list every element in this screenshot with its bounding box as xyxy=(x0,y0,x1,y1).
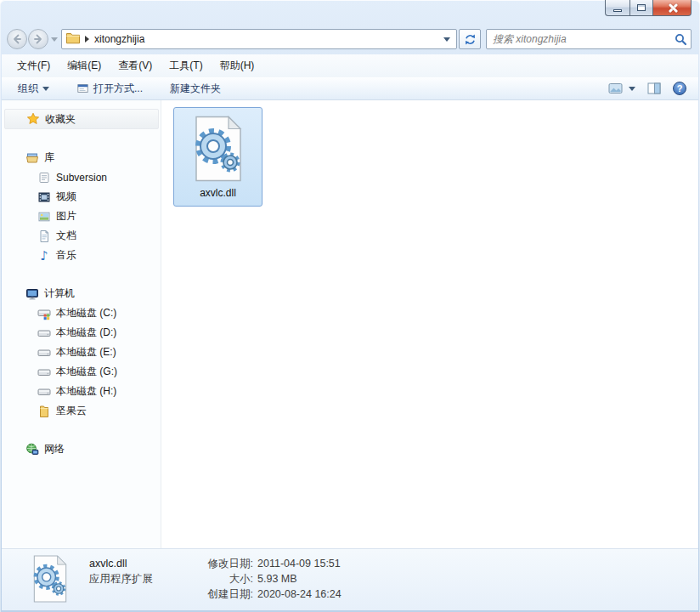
chevron-down-icon xyxy=(443,37,450,42)
dll-file-icon xyxy=(191,116,246,182)
organize-button[interactable]: 组织 xyxy=(10,78,57,99)
file-list[interactable]: axvlc.dll xyxy=(161,100,698,548)
folder-icon xyxy=(37,405,51,418)
open-with-label: 打开方式... xyxy=(93,82,143,96)
sidebar-item-label: 图片 xyxy=(56,209,76,224)
back-arrow-icon xyxy=(12,34,22,44)
sidebar-item-label: 坚果云 xyxy=(56,404,87,418)
sidebar-item-drive-c[interactable]: 本地磁盘 (C:) xyxy=(2,303,161,323)
menu-edit[interactable]: 编辑(E) xyxy=(59,55,110,76)
back-button[interactable] xyxy=(7,29,27,49)
sidebar-item-network[interactable]: 网络 xyxy=(2,439,161,459)
sidebar-item-favorites[interactable]: 收藏夹 xyxy=(4,109,159,129)
modified-date-value: 2011-04-09 15:51 xyxy=(257,556,342,571)
recent-pages-chevron-icon[interactable] xyxy=(51,37,58,42)
sidebar-item-label: 文档 xyxy=(56,229,76,243)
sidebar-item-label: 本地磁盘 (E:) xyxy=(56,345,116,360)
new-folder-button[interactable]: 新建文件夹 xyxy=(162,78,229,99)
modified-date-label: 修改日期: xyxy=(178,556,253,571)
sidebar-item-drive-e[interactable]: 本地磁盘 (E:) xyxy=(2,343,161,362)
file-item-axvlc-dll[interactable]: axvlc.dll xyxy=(173,107,262,207)
sidebar-spacer xyxy=(2,129,161,148)
refresh-button[interactable] xyxy=(459,29,481,49)
sidebar-item-computer[interactable]: 计算机 xyxy=(2,284,161,303)
sidebar-item-libraries[interactable]: 库 xyxy=(2,148,161,167)
open-with-icon xyxy=(76,82,89,94)
sidebar-item-pictures[interactable]: 图片 xyxy=(2,207,161,226)
sidebar-item-nutstore[interactable]: 坚果云 xyxy=(2,401,161,421)
search-box[interactable] xyxy=(486,29,692,49)
help-button[interactable]: ? xyxy=(669,79,690,98)
sidebar-item-videos[interactable]: 视频 xyxy=(2,187,161,207)
drive-icon xyxy=(37,346,51,360)
sidebar-item-drive-h[interactable]: 本地磁盘 (H:) xyxy=(2,382,161,401)
address-dropdown-button[interactable] xyxy=(439,31,454,48)
menu-tools[interactable]: 工具(T) xyxy=(161,55,211,76)
computer-icon xyxy=(25,287,39,301)
sidebar-item-music[interactable]: ♪ 音乐 xyxy=(2,246,161,265)
menu-file[interactable]: 文件(F) xyxy=(8,55,59,76)
drive-icon xyxy=(37,385,51,399)
address-bar[interactable]: xitongzhijia xyxy=(61,29,457,49)
sidebar-item-drive-g[interactable]: 本地磁盘 (G:) xyxy=(2,362,161,382)
details-pane: axvlc.dll 应用程序扩展 修改日期: 2011-04-09 15:51 … xyxy=(2,548,698,610)
details-properties: 修改日期: 2011-04-09 15:51 大小: 5.93 MB 创建日期:… xyxy=(178,556,342,602)
new-folder-label: 新建文件夹 xyxy=(170,82,221,96)
search-icon[interactable] xyxy=(675,33,687,46)
refresh-icon xyxy=(464,33,477,46)
forward-button[interactable] xyxy=(28,29,48,49)
details-name-column: axvlc.dll 应用程序扩展 xyxy=(89,556,178,586)
forward-arrow-icon xyxy=(33,34,43,44)
minimize-button[interactable] xyxy=(605,0,629,16)
file-name-label: axvlc.dll xyxy=(200,187,236,199)
title-bar[interactable] xyxy=(0,0,700,24)
search-input[interactable] xyxy=(493,33,675,45)
content-area: 收藏夹 库 Subversion xyxy=(2,100,698,548)
drive-icon xyxy=(37,366,51,379)
sidebar-item-subversion[interactable]: Subversion xyxy=(2,167,161,187)
sidebar-item-documents[interactable]: 文档 xyxy=(2,226,161,246)
navigation-pane: 收藏夹 库 Subversion xyxy=(2,100,161,548)
picture-icon xyxy=(37,210,51,224)
document-icon xyxy=(37,230,51,243)
sidebar-item-label: 本地磁盘 (D:) xyxy=(56,326,116,340)
menu-bar: 文件(F) 编辑(E) 查看(V) 工具(T) 帮助(H) xyxy=(2,54,698,76)
sidebar-item-label: 计算机 xyxy=(44,286,75,301)
created-date-label: 创建日期: xyxy=(178,586,253,602)
chevron-down-icon xyxy=(42,87,49,91)
sidebar-item-label: 音乐 xyxy=(56,248,76,263)
help-icon: ? xyxy=(673,82,686,95)
sidebar-spacer xyxy=(2,265,161,284)
music-note-icon: ♪ xyxy=(37,249,51,263)
menu-view[interactable]: 查看(V) xyxy=(110,55,161,76)
sidebar-item-label: 本地磁盘 (H:) xyxy=(56,384,116,399)
sidebar-item-label: 库 xyxy=(44,150,54,165)
sidebar-item-label: 网络 xyxy=(44,442,65,456)
maximize-icon xyxy=(637,4,646,11)
folder-icon xyxy=(65,31,81,47)
sidebar-item-label: 本地磁盘 (C:) xyxy=(56,306,116,320)
organize-label: 组织 xyxy=(18,82,38,96)
details-file-name: axvlc.dll xyxy=(89,556,178,571)
caption-buttons xyxy=(605,0,692,16)
views-icon xyxy=(608,82,623,94)
close-button[interactable] xyxy=(653,0,692,16)
close-icon xyxy=(668,3,677,13)
preview-pane-button[interactable] xyxy=(644,80,664,97)
open-with-button[interactable]: 打开方式... xyxy=(69,78,150,99)
menu-help[interactable]: 帮助(H) xyxy=(212,55,263,76)
library-generic-icon xyxy=(37,171,51,184)
chevron-down-icon[interactable] xyxy=(629,87,635,91)
system-drive-icon xyxy=(37,307,51,320)
preview-pane-icon xyxy=(647,82,661,94)
change-view-button[interactable] xyxy=(605,80,639,97)
breadcrumb[interactable]: xitongzhijia xyxy=(94,33,144,45)
sidebar-item-label: 视频 xyxy=(56,190,76,204)
dll-file-icon xyxy=(30,555,71,603)
sidebar-item-label: 本地磁盘 (G:) xyxy=(56,365,117,379)
sidebar-item-drive-d[interactable]: 本地磁盘 (D:) xyxy=(2,323,161,343)
maximize-button[interactable] xyxy=(629,0,653,16)
details-file-type: 应用程序扩展 xyxy=(89,571,178,586)
library-icon xyxy=(25,151,39,165)
breadcrumb-arrow-icon[interactable] xyxy=(85,36,89,42)
